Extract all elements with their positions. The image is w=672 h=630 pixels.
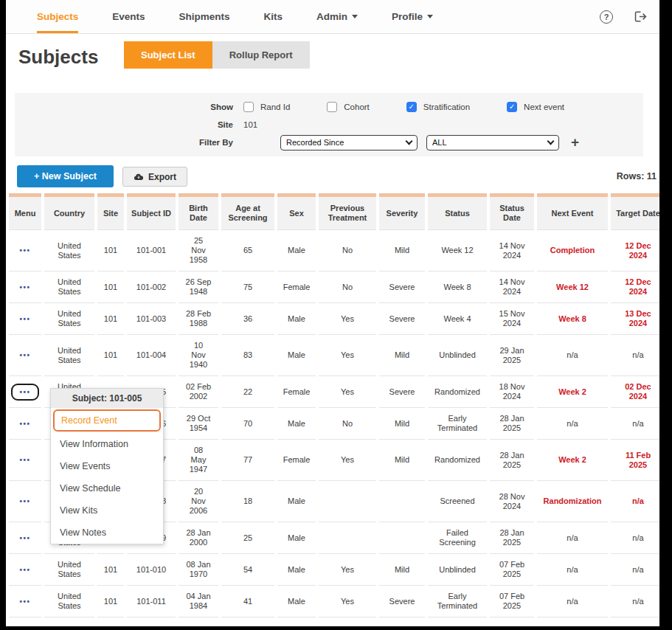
context-menu-item-view-schedule[interactable]: View Schedule (51, 477, 163, 499)
row-menu-button[interactable]: ••• (13, 453, 37, 467)
cell-severity: Mild (379, 439, 425, 480)
cell-site: 101 (97, 229, 124, 271)
show-option-stratification[interactable]: ✓Stratification (406, 102, 470, 112)
row-menu-button[interactable]: ••• (13, 595, 37, 609)
cell-menu: ••• (9, 522, 41, 553)
app-window: SubjectsEventsShipmentsKitsAdminProfile … (6, 0, 659, 626)
checkbox-label: Stratification (423, 103, 470, 111)
cell-target-date: 13 Dec 2024 (611, 302, 659, 334)
cell-country: United States (44, 553, 94, 585)
top-nav-right: ? (600, 0, 659, 33)
context-menu-item-view-kits[interactable]: View Kits (51, 499, 163, 522)
cell-age: 41 (221, 585, 274, 617)
row-menu-button[interactable]: ••• (13, 417, 37, 431)
cell-sex: Female (277, 271, 316, 302)
cell-age: 36 (221, 302, 274, 334)
cell-menu: ••• (9, 229, 41, 271)
cell-menu: ••• (9, 407, 41, 439)
context-menu-item-view-notes[interactable]: View Notes (51, 522, 163, 544)
site-label: Site (15, 120, 233, 129)
row-menu-button[interactable]: ••• (13, 312, 37, 326)
cell-next-event: n/a (537, 585, 608, 617)
nav-item-admin[interactable]: Admin (316, 0, 358, 33)
logout-icon[interactable] (634, 10, 648, 23)
nav-item-subjects[interactable]: Subjects (37, 0, 78, 33)
site-value: 101 (243, 120, 257, 129)
nav-item-shipments[interactable]: Shipments (179, 0, 230, 33)
show-option-rand-id[interactable]: Rand Id (243, 102, 290, 112)
cell-birth-date: 28 Jan 2000 (179, 522, 218, 553)
filter-type-select[interactable]: Recorded Since (280, 135, 418, 150)
cell-previous-treatment: No (319, 407, 376, 439)
cell-severity: Severe (379, 375, 425, 407)
row-menu-button[interactable]: ••• (13, 243, 37, 257)
row-menu-button[interactable]: ••• (11, 384, 38, 401)
tab-rollup-report[interactable]: Rollup Report (212, 41, 310, 69)
cell-target-date: n/a (611, 407, 659, 439)
cell-age: 75 (221, 271, 274, 302)
cell-next-event: n/a (537, 522, 608, 553)
row-menu-button[interactable]: ••• (13, 280, 37, 294)
context-menu-header: Subject: 101-005 (51, 389, 163, 408)
cell-subject-id: 101-001 (127, 229, 176, 271)
show-option-next-event[interactable]: ✓Next event (507, 102, 564, 112)
checkbox-unchecked-icon[interactable] (243, 102, 254, 112)
cell-sex: Male (277, 553, 316, 585)
context-menu-item-record-event[interactable]: Record Event (53, 409, 161, 432)
column-header-sex: Sex (277, 193, 316, 229)
filter-panel: Show Rand IdCohort✓Stratification✓Next e… (15, 93, 643, 156)
cell-age: 77 (221, 439, 274, 480)
table-row: •••United States101101-00125 Nov 195865M… (9, 229, 659, 271)
add-filter-button[interactable]: + (571, 134, 579, 150)
cell-previous-treatment: Yes (319, 334, 376, 375)
cell-age: 83 (221, 334, 274, 375)
cell-previous-treatment (319, 480, 376, 522)
table-row: •••United States101101-00328 Feb 198836M… (9, 302, 659, 334)
new-subject-button[interactable]: + New Subject (17, 165, 114, 187)
cell-birth-date: 25 Nov 1958 (179, 229, 218, 271)
row-menu-button[interactable]: ••• (13, 563, 37, 577)
filter-by-label: Filter By (15, 138, 233, 147)
cell-age: 25 (221, 522, 274, 553)
row-context-menu: Subject: 101-005 Record EventView Inform… (50, 388, 164, 544)
row-menu-button[interactable]: ••• (13, 494, 37, 508)
filter-value-select[interactable]: ALL (426, 135, 559, 150)
context-menu-item-view-information[interactable]: View Information (51, 433, 163, 455)
cell-site: 101 (97, 302, 124, 334)
cell-sex: Male (277, 229, 316, 271)
checkbox-checked-icon[interactable]: ✓ (406, 102, 417, 112)
row-menu-button[interactable]: ••• (13, 348, 37, 362)
cell-previous-treatment: No (319, 229, 376, 271)
cell-previous-treatment: Yes (319, 553, 376, 585)
cell-status: Early Terminated (428, 407, 487, 439)
export-button[interactable]: Export (122, 167, 187, 187)
column-header-country: Country (44, 193, 94, 229)
cell-birth-date: 08 Jan 1970 (179, 553, 218, 585)
cell-target-date: 12 Dec 2024 (611, 229, 659, 271)
nav-item-events[interactable]: Events (112, 0, 145, 33)
tab-subject-list[interactable]: Subject List (124, 41, 212, 69)
cell-status: Early Terminated (428, 585, 487, 617)
show-option-cohort[interactable]: Cohort (327, 102, 370, 112)
context-menu-item-view-events[interactable]: View Events (51, 455, 163, 477)
row-menu-button[interactable]: ••• (13, 531, 37, 545)
cell-status-date: 07 Feb 2025 (490, 553, 534, 585)
cell-target-date: n/a (611, 553, 659, 585)
export-cloud-icon (134, 173, 144, 181)
table-row: •••United States101101-01104 Jan 198441M… (9, 585, 659, 617)
cell-status-date: 28 Nov 2024 (490, 480, 534, 522)
rows-count: Rows: 11 (617, 171, 657, 181)
cell-previous-treatment: Yes (319, 439, 376, 480)
cell-subject-id: 101-011 (127, 585, 176, 617)
cell-previous-treatment: Yes (319, 585, 376, 617)
cell-status: Week 12 (428, 229, 487, 271)
nav-item-kits[interactable]: Kits (264, 0, 283, 33)
cell-target-date: n/a (611, 585, 659, 617)
help-icon[interactable]: ? (600, 10, 613, 24)
cell-severity: Mild (379, 229, 425, 271)
nav-item-profile[interactable]: Profile (392, 0, 433, 33)
cell-next-event: Week 8 (537, 302, 608, 334)
checkbox-unchecked-icon[interactable] (327, 102, 337, 112)
cell-status-date: 28 Jan 2025 (490, 522, 534, 553)
checkbox-checked-icon[interactable]: ✓ (507, 102, 517, 112)
